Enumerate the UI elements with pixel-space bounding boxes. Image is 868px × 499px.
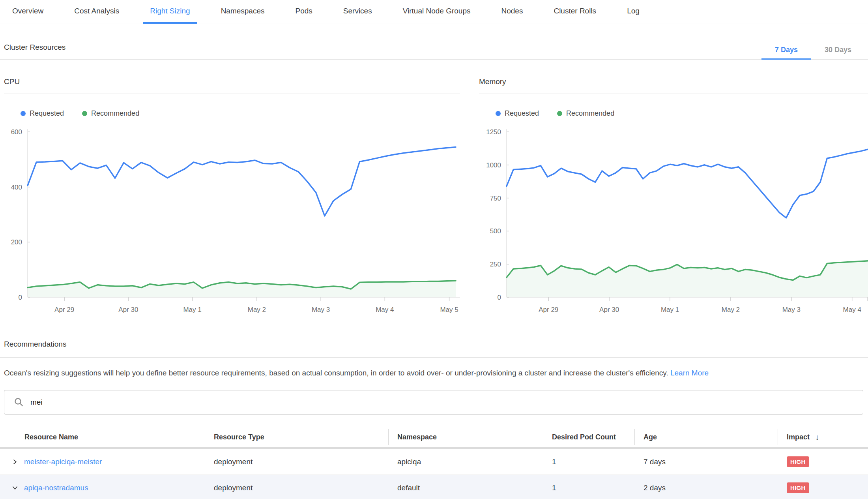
- age-cell: 7 days: [634, 458, 778, 466]
- svg-text:400: 400: [11, 184, 22, 191]
- legend-item: Recommended: [557, 109, 614, 118]
- resource-type-cell: deployment: [205, 484, 388, 492]
- legend-item: Recommended: [82, 109, 139, 118]
- svg-text:0: 0: [19, 294, 22, 301]
- resource-type-cell: deployment: [205, 458, 388, 466]
- tab-right-sizing[interactable]: Right Sizing: [143, 0, 197, 24]
- namespace-cell: apiciqa: [388, 458, 543, 466]
- right-sizing-page: OverviewCost AnalysisRight SizingNamespa…: [0, 0, 868, 499]
- recommendations-table: Resource Name Resource Type Namespace De…: [0, 427, 868, 499]
- impact-badge: HIGH: [787, 456, 809, 467]
- svg-text:750: 750: [490, 195, 501, 202]
- legend-label: Requested: [30, 109, 64, 118]
- resource-name-link[interactable]: apiqa-nostradamus: [24, 484, 88, 492]
- range-tab-7-days[interactable]: 7 Days: [761, 41, 811, 60]
- tab-overview[interactable]: Overview: [5, 0, 51, 24]
- header-impact[interactable]: Impact ↓: [778, 427, 868, 447]
- svg-text:May 4: May 4: [843, 306, 861, 313]
- chevron-right-icon[interactable]: [12, 459, 18, 465]
- age-cell: 2 days: [634, 484, 778, 492]
- search-box[interactable]: [4, 390, 863, 415]
- charts-section: CPU Requested Recommended 0200400600Apr …: [0, 60, 868, 316]
- tab-services[interactable]: Services: [336, 0, 379, 24]
- tab-virtual-node-groups[interactable]: Virtual Node Groups: [396, 0, 478, 24]
- memory-chart: 025050075010001250Apr 29Apr 30May 1May 2…: [479, 126, 868, 315]
- svg-text:May 1: May 1: [661, 306, 679, 313]
- header-resource-type[interactable]: Resource Type: [205, 427, 388, 447]
- legend-dot-icon: [557, 111, 562, 116]
- svg-text:May 3: May 3: [782, 306, 801, 313]
- search-icon: [14, 397, 24, 407]
- recommendations-section: Recommendations Ocean's resizing suggest…: [0, 316, 868, 390]
- cpu-chart: 0200400600Apr 29Apr 30May 1May 2May 3May…: [4, 126, 460, 315]
- chevron-down-icon[interactable]: [12, 485, 18, 491]
- svg-text:Apr 30: Apr 30: [118, 306, 138, 313]
- description-text: Ocean's resizing suggestions will help y…: [4, 369, 670, 377]
- svg-text:250: 250: [490, 261, 501, 268]
- recommendations-title: Recommendations: [4, 340, 66, 349]
- svg-text:May 5: May 5: [440, 306, 458, 313]
- cluster-resources-title: Cluster Resources: [4, 43, 65, 52]
- tab-bar: OverviewCost AnalysisRight SizingNamespa…: [0, 0, 868, 24]
- pod-count-cell: 1: [543, 484, 634, 492]
- svg-text:0: 0: [498, 294, 501, 301]
- pod-count-cell: 1: [543, 458, 634, 466]
- svg-text:May 4: May 4: [376, 306, 394, 313]
- tab-log[interactable]: Log: [620, 0, 647, 24]
- svg-text:500: 500: [490, 227, 501, 235]
- svg-text:May 3: May 3: [312, 306, 330, 313]
- range-tab-30-days[interactable]: 30 Days: [811, 41, 865, 60]
- svg-text:May 2: May 2: [248, 306, 266, 313]
- chart-legend: Requested Recommended: [21, 108, 460, 118]
- tab-cluster-rolls[interactable]: Cluster Rolls: [546, 0, 603, 24]
- memory-chart-title: Memory: [479, 77, 868, 94]
- learn-more-link[interactable]: Learn More: [670, 369, 709, 377]
- header-resource-name[interactable]: Resource Name: [0, 427, 205, 447]
- recommendations-description: Ocean's resizing suggestions will help y…: [4, 368, 860, 378]
- table-row[interactable]: apiqa-nostradamus deployment default 1 2…: [0, 475, 868, 499]
- chart-legend: Requested Recommended: [496, 108, 868, 118]
- svg-text:1250: 1250: [486, 128, 501, 136]
- header-impact-label: Impact: [787, 433, 810, 441]
- impact-badge: HIGH: [787, 482, 809, 493]
- table-row[interactable]: meister-apiciqa-meister deployment apici…: [0, 449, 868, 475]
- cpu-chart-panel: CPU Requested Recommended 0200400600Apr …: [4, 77, 460, 315]
- svg-text:Apr 30: Apr 30: [599, 306, 619, 313]
- svg-text:Apr 29: Apr 29: [539, 306, 558, 313]
- legend-item: Requested: [21, 109, 64, 118]
- tab-nodes[interactable]: Nodes: [494, 0, 530, 24]
- section-divider: [0, 357, 868, 358]
- svg-text:200: 200: [11, 238, 22, 246]
- table-header: Resource Name Resource Type Namespace De…: [0, 427, 868, 447]
- legend-item: Requested: [496, 109, 539, 118]
- tab-pods[interactable]: Pods: [288, 0, 320, 24]
- header-desired-pod-count[interactable]: Desired Pod Count: [543, 427, 634, 447]
- svg-text:Apr 29: Apr 29: [54, 306, 74, 313]
- svg-text:May 2: May 2: [722, 306, 740, 313]
- legend-dot-icon: [496, 111, 501, 116]
- svg-text:May 1: May 1: [183, 306, 201, 313]
- header-age[interactable]: Age: [634, 427, 778, 447]
- legend-dot-icon: [21, 111, 26, 116]
- cpu-chart-title: CPU: [4, 77, 460, 94]
- tab-cost-analysis[interactable]: Cost Analysis: [67, 0, 126, 24]
- header-namespace[interactable]: Namespace: [388, 427, 543, 447]
- memory-chart-panel: Memory Requested Recommended 02505007501…: [479, 77, 868, 315]
- legend-dot-icon: [82, 111, 87, 116]
- time-range-tabs: 7 Days30 Days: [761, 41, 865, 60]
- search-input[interactable]: [30, 398, 863, 407]
- svg-text:600: 600: [11, 128, 22, 136]
- svg-text:1000: 1000: [486, 161, 501, 169]
- legend-label: Recommended: [566, 109, 614, 118]
- table-body: meister-apiciqa-meister deployment apici…: [0, 449, 868, 499]
- cluster-resources-header: Cluster Resources 7 Days30 Days: [0, 24, 868, 60]
- legend-label: Requested: [505, 109, 539, 118]
- tab-namespaces[interactable]: Namespaces: [214, 0, 272, 24]
- sort-desc-icon[interactable]: ↓: [815, 433, 819, 442]
- legend-label: Recommended: [91, 109, 139, 118]
- namespace-cell: default: [388, 484, 543, 492]
- resource-name-link[interactable]: meister-apiciqa-meister: [24, 458, 102, 466]
